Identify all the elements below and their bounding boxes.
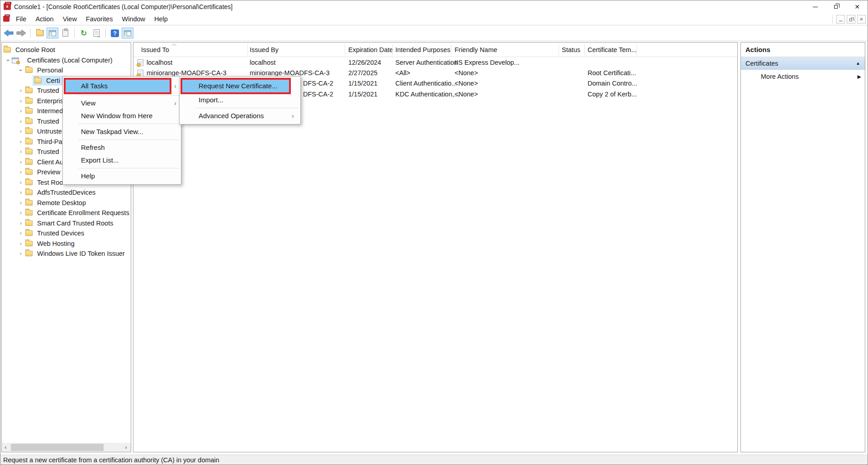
context-menu-item-all-tasks[interactable]: All Tasks›	[63, 78, 181, 94]
column-header-issued-by[interactable]: Issued By	[250, 46, 279, 53]
column-header-status[interactable]: Status	[562, 46, 580, 53]
menubar-item-window[interactable]: Window	[118, 13, 150, 25]
child-close-button[interactable]: ✕	[857, 15, 866, 24]
submenu-item-advanced-operations[interactable]: Advanced Operations›	[180, 110, 300, 122]
menubar-item-file[interactable]: File	[11, 13, 31, 25]
tree-item-web-hosting[interactable]: ›Web Hosting	[2, 239, 131, 249]
restore-button[interactable]	[826, 0, 847, 13]
expand-chevron-icon[interactable]: ›	[18, 147, 24, 157]
forward-button[interactable]	[15, 28, 27, 38]
refresh-button[interactable]: ↻	[78, 28, 90, 38]
expand-chevron-icon[interactable]: ›	[18, 167, 24, 177]
expand-chevron-icon[interactable]: ›	[18, 177, 24, 188]
column-separator[interactable]	[451, 44, 451, 55]
scroll-right-arrow-icon[interactable]: ›	[122, 443, 130, 452]
expand-chevron-icon[interactable]: ›	[18, 116, 24, 127]
column-header-certificate-tem[interactable]: Certificate Tem...	[588, 46, 637, 53]
more-actions-item[interactable]: More Actions ▶	[741, 70, 865, 83]
tree-item-label: Certificates (Local Computer)	[27, 55, 113, 66]
column-header-friendly-name[interactable]: Friendly Name	[455, 46, 497, 53]
cell-issued-by-fragment: DFS-CA-2	[303, 89, 333, 100]
tree-item-certificate-enrollment-requests[interactable]: ›Certificate Enrollment Requests	[2, 208, 131, 218]
expand-chevron-icon[interactable]: ›	[18, 106, 24, 116]
tree-item-trusted-devices[interactable]: ›Trusted Devices	[2, 228, 131, 239]
close-button[interactable]: ✕	[847, 0, 868, 13]
cell-friendly-name: <None>	[455, 89, 478, 100]
restore-icon	[849, 19, 852, 21]
tree-item-personal[interactable]: ›Personal	[2, 65, 131, 76]
context-menu-item-view[interactable]: View›	[63, 97, 181, 110]
properties-icon	[62, 29, 68, 37]
menu-separator	[180, 106, 300, 110]
menubar-item-help[interactable]: Help	[150, 13, 172, 25]
column-header-intended-purposes[interactable]: Intended Purposes	[395, 46, 451, 53]
expand-chevron-icon[interactable]: ›	[18, 239, 24, 249]
minimize-button[interactable]	[805, 0, 826, 13]
context-menu-item-refresh[interactable]: Refresh	[63, 141, 181, 154]
tree-item-smart-card-trusted-roots[interactable]: ›Smart Card Trusted Roots	[2, 218, 131, 229]
show-hide-console-tree-button[interactable]	[47, 28, 58, 38]
menubar-item-action[interactable]: Action	[31, 13, 58, 25]
expand-chevron-icon[interactable]: ›	[18, 218, 24, 229]
scrollbar-thumb[interactable]	[11, 444, 104, 451]
expand-chevron-icon[interactable]: ›	[18, 137, 24, 147]
tree-item-label: Trusted Devices	[37, 228, 84, 239]
tree-item-console-root[interactable]: Console Root	[2, 45, 131, 55]
folder-icon	[25, 119, 33, 124]
tree-item-label: Client Au	[37, 157, 63, 168]
column-header-expiration-date[interactable]: Expiration Date	[348, 46, 393, 53]
scroll-left-arrow-icon[interactable]: ‹	[2, 443, 9, 452]
expand-chevron-icon[interactable]: ›	[18, 208, 24, 218]
folder-icon	[25, 159, 33, 165]
table-row[interactable]: localhostlocalhost12/26/2024Server Authe…	[133, 58, 737, 68]
menubar-item-favorites[interactable]: Favorites	[81, 13, 118, 25]
actions-section-label: Certificates	[745, 60, 778, 67]
menubar-item-view[interactable]: View	[58, 13, 81, 25]
collapse-section-icon[interactable]: ▲	[856, 57, 860, 70]
expand-chevron-icon[interactable]: ›	[18, 228, 24, 239]
tree-item-label: Test Roo	[37, 177, 63, 188]
expand-chevron-icon[interactable]: ›	[18, 249, 24, 259]
tree-item-remote-desktop[interactable]: ›Remote Desktop	[2, 198, 131, 208]
actions-section-certificates[interactable]: Certificates ▲	[741, 57, 865, 70]
submenu-item-request-new-certificate[interactable]: Request New Certificate...	[180, 78, 300, 94]
column-separator[interactable]	[559, 44, 559, 55]
toolbar: ↻ ?	[0, 25, 868, 41]
column-separator[interactable]	[247, 44, 248, 55]
context-menu-item-export-list[interactable]: Export List...	[63, 154, 181, 167]
all-tasks-submenu: Request New Certificate...Import...Advan…	[179, 76, 301, 125]
export-list-button[interactable]	[90, 28, 102, 38]
context-menu-item-new-window-from-here[interactable]: New Window from Here	[63, 110, 181, 122]
expand-chevron-icon[interactable]: ›	[18, 126, 24, 137]
column-separator[interactable]	[584, 44, 585, 55]
context-menu: All Tasks›View›New Window from HereNew T…	[62, 76, 181, 185]
submenu-item-import[interactable]: Import...	[180, 94, 300, 106]
show-hide-action-pane-button[interactable]	[122, 28, 133, 38]
column-separator[interactable]	[345, 44, 345, 55]
expand-chevron-icon[interactable]: ›	[18, 157, 24, 168]
expand-chevron-icon[interactable]: ›	[18, 198, 24, 208]
tree-item-adfstrusteddevices[interactable]: ›AdfsTrustedDevices	[2, 187, 131, 198]
tree-item-windows-live-id-token-issuer[interactable]: ›Windows Live ID Token Issuer	[2, 249, 131, 259]
help-button[interactable]: ?	[109, 28, 121, 38]
column-header-issued-to[interactable]: Issued To	[141, 46, 169, 53]
context-menu-item-help[interactable]: Help	[63, 170, 181, 182]
expand-chevron-icon[interactable]: ›	[18, 187, 24, 198]
close-icon: ✕	[847, 0, 868, 13]
collapse-chevron-icon[interactable]: ›	[16, 67, 26, 73]
back-button[interactable]	[3, 28, 14, 38]
expand-chevron-icon[interactable]: ›	[18, 96, 24, 106]
up-one-level-button[interactable]	[34, 28, 46, 38]
folder-icon	[25, 210, 33, 216]
column-separator[interactable]	[392, 44, 393, 55]
child-restore-button[interactable]	[847, 15, 855, 24]
tree-horizontal-scrollbar[interactable]: ‹ ›	[2, 443, 131, 452]
column-separator[interactable]	[636, 44, 637, 55]
folder-icon	[25, 230, 33, 236]
child-minimize-button[interactable]	[836, 15, 845, 24]
tree-item-certificates-local-computer[interactable]: ›Certificates (Local Computer)	[2, 55, 131, 66]
action-pane-toggle-icon	[124, 30, 131, 36]
context-menu-item-new-taskpad-view[interactable]: New Taskpad View...	[63, 125, 181, 138]
properties-button[interactable]	[59, 28, 71, 38]
expand-chevron-icon[interactable]: ›	[18, 86, 24, 96]
